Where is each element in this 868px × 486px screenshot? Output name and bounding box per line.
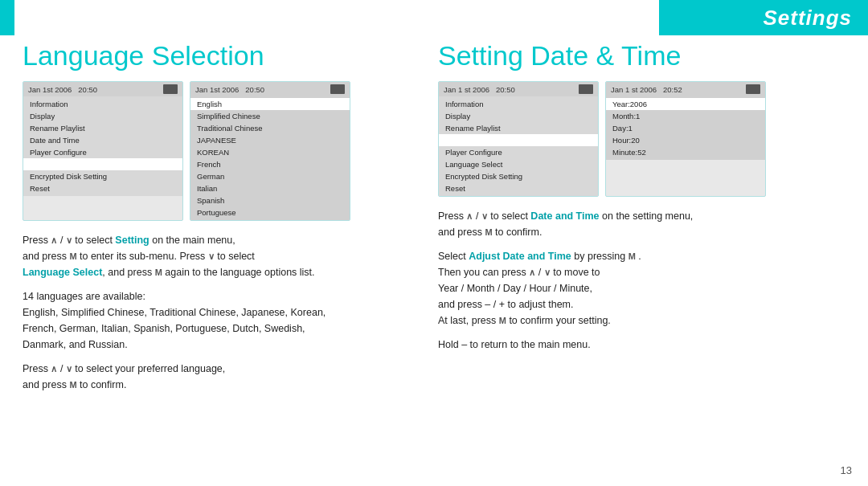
lang-desc-2: 14 languages are available: English, Sim… xyxy=(23,288,416,353)
press-label-2: Press xyxy=(23,363,51,374)
language-selection-section: Language Selection Jan 1st 2006 20:50 In… xyxy=(23,40,416,401)
menu-item: Language Select xyxy=(439,158,598,170)
m-icon-3: M xyxy=(69,378,76,393)
down-icon: ∨ xyxy=(66,234,72,248)
dt-device2-menu: Year:2006 Month:1 Day:1 Hour:20 Minute:5… xyxy=(606,96,765,160)
lang-count: 14 languages are available: xyxy=(23,291,145,302)
dt-move-text: Then you can press ∧ / ∨ to move to xyxy=(438,267,600,278)
datetime-device-row: Jan 1 st 2006 20:50 Information Display … xyxy=(438,81,848,197)
dt-device2-icon xyxy=(746,84,760,94)
menu-item: JAPANESE xyxy=(190,134,350,146)
page-title: Settings xyxy=(763,6,852,31)
device1-date: Jan 1st 2006 20:50 xyxy=(28,85,97,94)
menu-item: Traditional Chinese xyxy=(190,122,350,134)
menu-item: Portuguese xyxy=(190,206,350,218)
dt-desc-2: Select Adjust Date and Time by pressing … xyxy=(438,248,848,329)
menu-item-selected: English xyxy=(190,98,350,110)
menu-item: Hour:20 xyxy=(606,134,765,146)
device2-icon xyxy=(330,84,345,94)
dt-select-text: Select xyxy=(438,251,469,262)
desc-7-text: and press M to confirm. xyxy=(23,379,126,390)
menu-item: German xyxy=(190,170,350,182)
menu-item: Information xyxy=(23,98,182,110)
menu-item-selected: Date and Time xyxy=(439,134,598,146)
menu-item: Display xyxy=(439,110,598,122)
dt-device1-icon xyxy=(579,84,593,94)
dt-desc-1: Press ∧ / ∨ to select Date and Time on t… xyxy=(438,208,848,240)
slash-1: / xyxy=(57,235,65,246)
m-icon-2: M xyxy=(155,266,162,280)
device1-menu: Information Display Rename Playlist Date… xyxy=(23,96,182,196)
dt-desc-1-end: on the setting menu, xyxy=(600,210,694,222)
datetime-device-1: Jan 1 st 2006 20:50 Information Display … xyxy=(438,81,599,197)
language-selection-title: Language Selection xyxy=(23,40,416,71)
menu-item: French xyxy=(190,158,350,170)
dt-device1-header: Jan 1 st 2006 20:50 xyxy=(439,82,598,96)
menu-item-selected: Language Select xyxy=(23,158,182,170)
slash-3: / xyxy=(473,210,481,222)
dt-desc-2-text: and press M to confirm. xyxy=(438,227,542,238)
menu-item-selected: Year:2006 xyxy=(606,98,765,110)
menu-item: Encrypted Disk Setting xyxy=(439,170,598,182)
press-label-3: Press xyxy=(438,210,466,222)
menu-item: Simplified Chinese xyxy=(190,110,350,122)
dt-desc-1-text: to select xyxy=(488,210,531,222)
menu-item: Rename Playlist xyxy=(439,122,598,134)
desc-1-end: on the main menu, xyxy=(149,235,235,246)
down-icon-4: ∨ xyxy=(481,210,488,224)
desc-6-text: to select your preferred language, xyxy=(72,363,225,374)
menu-item: Reset xyxy=(439,182,598,194)
up-icon-4: ∧ xyxy=(529,266,535,280)
lang-select-bold: Language Select xyxy=(23,267,102,278)
dt-hold-text: Hold – to return to the main menu. xyxy=(438,339,591,350)
menu-item: Encrypted Disk Setting xyxy=(23,170,182,182)
menu-item: Rename Playlist xyxy=(23,122,182,134)
language-device-1: Jan 1st 2006 20:50 Information Display R… xyxy=(23,81,183,221)
down-icon-5: ∨ xyxy=(544,266,551,280)
language-device-2: Jan 1st 2006 20:50 English Simplified Ch… xyxy=(190,81,350,221)
device1-icon xyxy=(163,84,178,94)
lang-desc-3: Press ∧ / ∨ to select your preferred lan… xyxy=(23,361,416,393)
datetime-device-2: Jan 1 st 2006 20:52 Year:2006 Month:1 Da… xyxy=(605,81,766,197)
down-icon-3: ∨ xyxy=(66,362,72,377)
dt-confirm-text: At last, press M to confirm your setting… xyxy=(438,315,611,326)
device1-header: Jan 1st 2006 20:50 xyxy=(23,82,182,96)
device2-header: Jan 1st 2006 20:50 xyxy=(190,82,350,96)
menu-item: Information xyxy=(439,98,598,110)
menu-item: Month:1 xyxy=(606,110,765,122)
down-icon-2: ∨ xyxy=(208,250,215,264)
dt-desc-3: Hold – to return to the main menu. xyxy=(438,337,848,353)
lang-desc-1: Press ∧ / ∨ to select Setting on the mai… xyxy=(23,232,416,280)
dt-fields-text: Year / Month / Day / Hour / Minute, xyxy=(438,283,592,294)
m-icon-6: M xyxy=(499,314,506,329)
setting-bold: Setting xyxy=(115,235,149,246)
desc-2-text: and press M to enter its sub-menu. Press… xyxy=(23,251,255,262)
menu-item: Display xyxy=(23,110,182,122)
m-icon-5: M xyxy=(628,250,636,264)
menu-item: Spanish xyxy=(190,194,350,206)
menu-item: Reset xyxy=(23,182,182,194)
menu-item: Player Configure xyxy=(439,146,598,158)
dt-device2-header: Jan 1 st 2006 20:52 xyxy=(606,82,765,96)
menu-item: Minute:52 xyxy=(606,146,765,158)
device2-date: Jan 1st 2006 20:50 xyxy=(195,85,264,94)
dt-device1-menu: Information Display Rename Playlist Date… xyxy=(439,96,598,196)
page-number: 13 xyxy=(841,464,852,476)
desc-1-text: to select xyxy=(72,235,116,246)
slash-2: / xyxy=(57,363,65,374)
date-time-title: Setting Date & Time xyxy=(438,40,848,71)
device2-menu: English Simplified Chinese Traditional C… xyxy=(190,96,350,220)
menu-item: Date and Time xyxy=(23,134,182,146)
dt-select-end: by pressing M . xyxy=(571,251,641,262)
top-bar: Settings xyxy=(659,0,868,35)
press-label-1: Press xyxy=(23,235,51,246)
language-device-row: Jan 1st 2006 20:50 Information Display R… xyxy=(23,81,416,221)
menu-item: Player Configure xyxy=(23,146,182,158)
menu-item: Italian xyxy=(190,182,350,194)
dt-device2-date: Jan 1 st 2006 20:52 xyxy=(611,85,682,94)
menu-item: KOREAN xyxy=(190,146,350,158)
dt-device1-date: Jan 1 st 2006 20:50 xyxy=(444,85,515,94)
m-icon-4: M xyxy=(485,226,492,240)
lang-list: English, Simplified Chinese, Traditional… xyxy=(23,307,326,350)
date-time-section: Setting Date & Time Jan 1 st 2006 20:50 … xyxy=(438,40,848,361)
